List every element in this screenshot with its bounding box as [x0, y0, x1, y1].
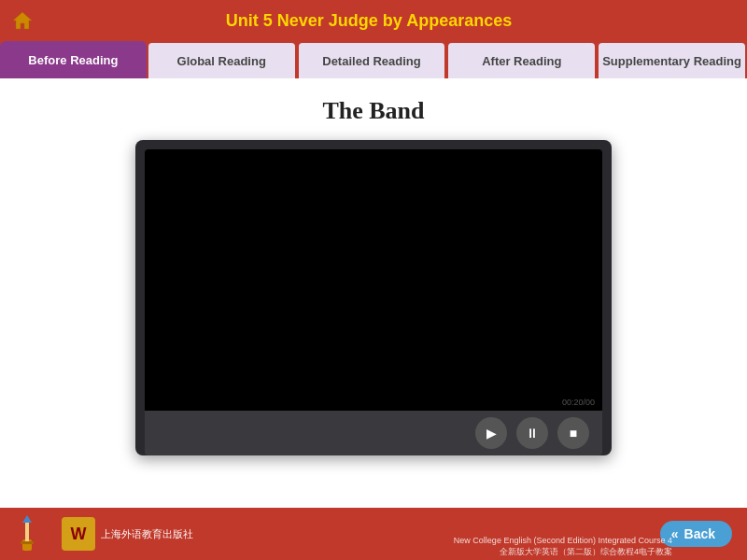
book-info: New College English (Second Edition) Int…	[454, 535, 672, 558]
publisher-section: W 上海外语教育出版社	[15, 513, 193, 554]
page-title: The Band	[322, 97, 424, 125]
publisher-name: 上海外语教育出版社	[101, 527, 193, 541]
publisher-logo-box: W	[62, 517, 95, 551]
app-container: Unit 5 Never Judge by Appearances Before…	[0, 0, 747, 560]
svg-marker-0	[13, 12, 32, 29]
tab-supplementary-reading[interactable]: Supplementary Reading	[599, 43, 745, 78]
tab-before-reading[interactable]: Before Reading	[0, 41, 147, 78]
video-controls: ▶ ⏸ ■	[145, 411, 602, 455]
svg-marker-3	[22, 515, 32, 523]
pause-button[interactable]: ⏸	[516, 417, 548, 449]
video-player: 00:20/00 ▶ ⏸ ■	[135, 140, 612, 455]
tab-after-reading[interactable]: After Reading	[448, 43, 595, 78]
bottom-bar: W 上海外语教育出版社 New College English (Second …	[0, 508, 747, 560]
tab-global-reading[interactable]: Global Reading	[148, 43, 295, 78]
main-content: The Band 00:20/00 ▶ ⏸ ■	[0, 78, 747, 508]
play-button[interactable]: ▶	[475, 417, 507, 449]
home-icon[interactable]	[9, 7, 35, 34]
header-bar: Unit 5 Never Judge by Appearances	[0, 0, 747, 41]
video-timestamp: 00:20/00	[562, 398, 595, 407]
nav-tabs: Before Reading Global Reading Detailed R…	[0, 41, 747, 78]
svg-rect-4	[21, 541, 34, 544]
video-screen[interactable]: 00:20/00	[145, 149, 602, 411]
unit-title: Unit 5 Never Judge by Appearances	[35, 11, 702, 31]
paint-tool-icon	[15, 513, 56, 554]
svg-rect-2	[25, 523, 29, 541]
stop-button[interactable]: ■	[557, 417, 589, 449]
tab-detailed-reading[interactable]: Detailed Reading	[299, 43, 445, 78]
